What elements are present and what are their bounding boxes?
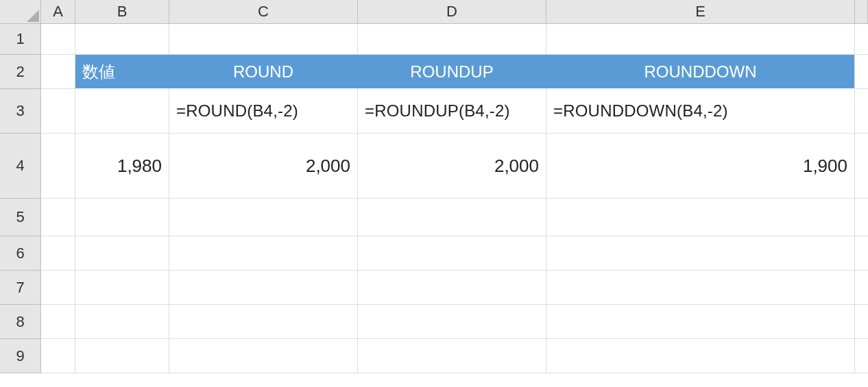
row-header-8[interactable]: 8 [0,305,41,339]
cell-C1[interactable] [169,24,358,55]
cell-C6[interactable] [169,236,358,271]
cell-blank-7 [855,271,868,305]
svg-marker-0 [27,10,39,22]
cell-D1[interactable] [358,24,546,55]
row-header-1[interactable]: 1 [0,24,41,55]
cell-blank-8 [855,305,868,339]
cell-A2[interactable] [41,55,75,89]
cell-A6[interactable] [41,236,75,271]
cell-blank-2 [855,55,868,89]
row-header-3[interactable]: 3 [0,89,41,134]
value-cell-c[interactable]: 2,000 [169,134,358,199]
column-header-blank [855,0,868,24]
cell-blank-3 [855,89,868,134]
cell-C5[interactable] [169,199,358,236]
cell-A9[interactable] [41,339,75,373]
cell-D6[interactable] [358,236,546,271]
value-cell-b[interactable]: 1,980 [75,134,169,199]
cell-B6[interactable] [75,236,169,271]
table-header-d[interactable]: ROUNDUP [358,55,546,89]
cell-E6[interactable] [546,236,855,271]
cell-D9[interactable] [358,339,546,373]
column-header-C[interactable]: C [169,0,358,24]
cell-B9[interactable] [75,339,169,373]
row-header-7[interactable]: 7 [0,271,41,305]
cell-B1[interactable] [75,24,169,55]
cell-blank-6 [855,236,868,271]
cell-E8[interactable] [546,305,855,339]
cell-B7[interactable] [75,271,169,305]
row-header-2[interactable]: 2 [0,55,41,89]
row-header-5[interactable]: 5 [0,199,41,236]
cell-B3[interactable] [75,89,169,134]
cell-A3[interactable] [41,89,75,134]
row-header-9[interactable]: 9 [0,339,41,373]
value-cell-d[interactable]: 2,000 [358,134,546,199]
row-header-4[interactable]: 4 [0,134,41,199]
cell-D7[interactable] [358,271,546,305]
cell-A1[interactable] [41,24,75,55]
cell-blank-4 [855,134,868,199]
column-header-E[interactable]: E [546,0,855,24]
column-header-A[interactable]: A [41,0,75,24]
cell-E1[interactable] [546,24,855,55]
cell-D5[interactable] [358,199,546,236]
cell-blank-1 [855,24,868,55]
cell-blank-9 [855,339,868,373]
cell-C7[interactable] [169,271,358,305]
cell-A5[interactable] [41,199,75,236]
cell-E7[interactable] [546,271,855,305]
row-header-6[interactable]: 6 [0,236,41,271]
cell-B8[interactable] [75,305,169,339]
formula-cell-e[interactable]: =ROUNDDOWN(B4,-2) [546,89,855,134]
column-header-B[interactable]: B [75,0,169,24]
formula-cell-c[interactable]: =ROUND(B4,-2) [169,89,358,134]
cell-blank-5 [855,199,868,236]
table-header-e[interactable]: ROUNDDOWN [546,55,855,89]
cell-A8[interactable] [41,305,75,339]
formula-cell-d[interactable]: =ROUNDUP(B4,-2) [358,89,546,134]
cell-B5[interactable] [75,199,169,236]
table-header-c[interactable]: ROUND [169,55,358,89]
cell-E9[interactable] [546,339,855,373]
column-header-D[interactable]: D [358,0,546,24]
spreadsheet-grid[interactable]: ABCDE12数値ROUNDROUNDUPROUNDDOWN3=ROUND(B4… [0,0,868,373]
cell-D8[interactable] [358,305,546,339]
cell-E5[interactable] [546,199,855,236]
select-all-button[interactable] [0,0,41,24]
value-cell-e[interactable]: 1,900 [546,134,855,199]
cell-A4[interactable] [41,134,75,199]
cell-A7[interactable] [41,271,75,305]
cell-C9[interactable] [169,339,358,373]
table-header-b[interactable]: 数値 [75,55,169,89]
cell-C8[interactable] [169,305,358,339]
